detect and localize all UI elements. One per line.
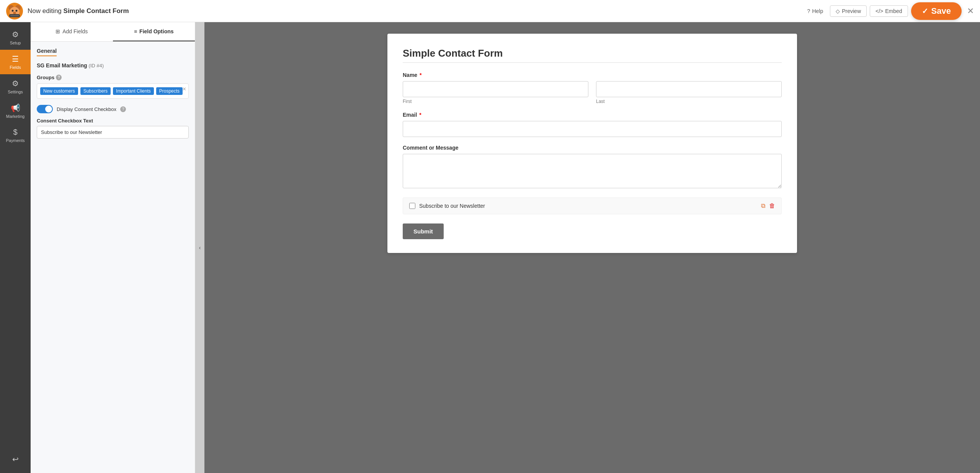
sidebar-item-settings[interactable]: ⚙ Settings [0,74,31,99]
groups-clear-button[interactable]: × [183,86,186,92]
group-tag-new-customers[interactable]: New customers [40,87,78,95]
sidebar-item-fields[interactable]: ☰ Fields [0,50,31,74]
marketing-icon: 📢 [11,103,20,113]
fields-icon: ☰ [12,54,19,64]
form-title: Simple Contact Form [403,47,782,59]
nav-bottom: ↩ [12,450,19,473]
svg-rect-8 [10,15,19,16]
sidebar-nav: ⚙ Setup ☰ Fields ⚙ Settings 📢 Marketing … [0,22,31,473]
name-required-star: * [420,72,421,78]
group-tag-prospects[interactable]: Prospects [156,87,183,95]
group-tag-important-clients[interactable]: Important Clients [113,87,154,95]
comment-field: Comment or Message [403,145,782,190]
preview-icon: ◇ [836,8,840,14]
consent-text-label: Consent Checkbox Text [37,118,189,124]
email-input[interactable] [403,121,782,137]
undo-button[interactable]: ↩ [12,450,19,468]
close-button[interactable]: ✕ [967,6,974,16]
name-field: Name * First Last [403,72,782,104]
fields-panel: ⊞ Add Fields ≡ Field Options General SG … [31,22,195,473]
panel-collapse-button[interactable]: ‹ [195,22,204,473]
svg-point-4 [12,10,14,11]
general-tab: General [37,48,189,56]
svg-point-5 [16,10,18,11]
last-name-input[interactable] [596,81,782,97]
delete-field-button[interactable]: 🗑 [769,202,775,209]
consent-text-input[interactable] [37,126,189,139]
consent-help-icon[interactable]: ? [120,106,126,112]
groups-help-icon[interactable]: ? [56,75,62,80]
form-divider [403,62,782,63]
subscribe-checkbox[interactable] [409,203,415,209]
subscribe-row: Subscribe to our Newsletter ⧉ 🗑 [403,197,782,214]
setup-icon: ⚙ [12,30,19,39]
help-button[interactable]: ? Help [804,6,827,16]
first-name-col: First [403,81,588,104]
page-title: Now editing Simple Contact Form [28,7,129,15]
topbar: Now editing Simple Contact Form ? Help ◇… [0,0,980,22]
app-logo [6,3,23,20]
svg-point-6 [13,12,16,14]
sidebar-item-payments[interactable]: $ Payments [0,123,31,147]
checkmark-icon: ✓ [922,7,928,16]
group-tag-subscribers[interactable]: Subscribers [80,87,111,95]
topbar-actions: ? Help ◇ Preview </> Embed ✓ Save ✕ [804,2,974,20]
last-label: Last [596,99,782,104]
display-consent-row: Display Consent Checkbox ? [37,105,189,113]
submit-button[interactable]: Submit [403,223,444,239]
last-name-col: Last [596,81,782,104]
sidebar-item-marketing[interactable]: 📢 Marketing [0,99,31,123]
consent-toggle[interactable] [37,105,53,113]
help-icon: ? [807,8,810,14]
submit-section: Submit [403,220,782,239]
preview-button[interactable]: ◇ Preview [830,5,867,17]
panel-body: General SG Email Marketing (ID #4) Group… [31,42,195,151]
sg-email-section: SG Email Marketing (ID #4) [37,62,189,69]
email-required-star: * [419,112,421,118]
undo-icon: ↩ [12,455,19,464]
save-button[interactable]: ✓ Save [911,2,962,20]
collapse-arrow-icon: ‹ [199,245,201,251]
name-row: First Last [403,81,782,104]
name-label: Name * [403,72,782,78]
add-fields-icon: ⊞ [56,28,60,34]
embed-icon: </> [875,8,883,14]
subscribe-text: Subscribe to our Newsletter [419,203,485,209]
tab-add-fields[interactable]: ⊞ Add Fields [31,22,113,41]
first-name-input[interactable] [403,81,588,97]
comment-label: Comment or Message [403,145,782,151]
sidebar-item-setup[interactable]: ⚙ Setup [0,25,31,50]
payments-icon: $ [13,128,17,137]
email-field: Email * [403,112,782,137]
tab-field-options[interactable]: ≡ Field Options [113,22,195,41]
consent-text-section: Consent Checkbox Text [37,118,189,139]
copy-field-button[interactable]: ⧉ [761,202,765,209]
email-label: Email * [403,112,782,118]
sg-email-title: SG Email Marketing (ID #4) [37,62,189,69]
first-label: First [403,99,588,104]
groups-container: New customers Subscribers Important Clie… [37,83,189,99]
main-layout: ⚙ Setup ☰ Fields ⚙ Settings 📢 Marketing … [0,22,980,473]
embed-button[interactable]: </> Embed [870,5,908,17]
panel-tabs: ⊞ Add Fields ≡ Field Options [31,22,195,42]
groups-label: Groups ? [37,75,189,80]
settings-icon: ⚙ [12,79,19,88]
groups-section: Groups ? New customers Subscribers Impor… [37,75,189,99]
toggle-knob [45,106,52,113]
form-card: Simple Contact Form Name * First Last [387,34,797,253]
comment-textarea[interactable] [403,154,782,188]
checkbox-actions: ⧉ 🗑 [761,202,775,209]
field-options-icon: ≡ [134,28,137,34]
form-preview-area: Simple Contact Form Name * First Last [204,22,980,473]
